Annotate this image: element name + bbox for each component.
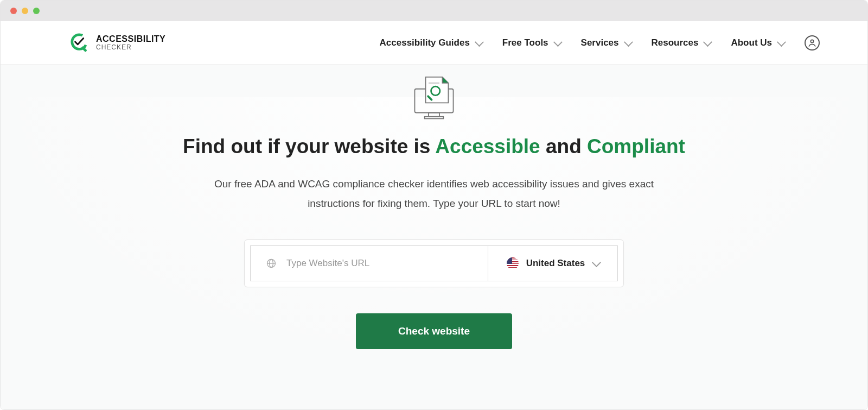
svg-rect-4 [429,113,439,117]
nav-item-label: Free Tools [502,37,548,48]
nav-about-us[interactable]: About Us [731,37,784,48]
logo-mark-icon [70,33,91,53]
country-selected-label: United States [526,258,585,269]
chevron-down-icon [777,37,786,47]
nav-services[interactable]: Services [581,37,631,48]
globe-icon [266,258,277,269]
url-input[interactable] [286,258,478,269]
window-close-button[interactable] [10,8,17,14]
user-icon [807,37,818,48]
url-field[interactable] [250,245,488,281]
chevron-down-icon [592,258,601,267]
svg-point-2 [810,40,813,42]
nav-item-label: Services [581,37,619,48]
headline-mid: and [540,135,587,157]
headline-prefix: Find out if your website is [183,135,435,157]
nav-item-label: About Us [731,37,772,48]
brand-name-top: ACCESSIBILITY [96,35,165,44]
check-website-button[interactable]: Check website [356,313,512,349]
hero-subtitle: Our free ADA and WCAG compliance checker… [212,174,656,213]
country-select[interactable]: United States [488,245,618,281]
nav-resources[interactable]: Resources [652,37,711,48]
chevron-down-icon [553,37,562,47]
nav-free-tools[interactable]: Free Tools [502,37,560,48]
window-zoom-button[interactable] [33,8,40,14]
chevron-down-icon [703,37,712,47]
chevron-down-icon [475,37,484,47]
svg-rect-5 [425,117,444,119]
brand-name-bottom: CHECKER [96,44,165,51]
nav-accessibility-guides[interactable]: Accessibility Guides [380,37,482,48]
window-titlebar [1,1,867,21]
nav-item-label: Accessibility Guides [380,37,470,48]
url-input-group: United States [244,239,624,287]
hero-section: Find out if your website is Accessible a… [1,65,867,410]
hero-illustration-icon [412,74,456,125]
headline-accent-compliant: Compliant [587,135,685,157]
hero-headline: Find out if your website is Accessible a… [1,135,867,158]
nav-item-label: Resources [652,37,699,48]
headline-accent-accessible: Accessible [435,135,540,157]
account-button[interactable] [805,35,820,51]
logo[interactable]: ACCESSIBILITY CHECKER [70,33,165,53]
chevron-down-icon [623,37,633,47]
header: ACCESSIBILITY CHECKER Accessibility Guid… [1,21,867,65]
us-flag-icon [507,257,519,269]
window-minimize-button[interactable] [22,8,28,14]
main-nav: Accessibility Guides Free Tools Services… [380,35,820,51]
logo-text: ACCESSIBILITY CHECKER [96,35,165,51]
